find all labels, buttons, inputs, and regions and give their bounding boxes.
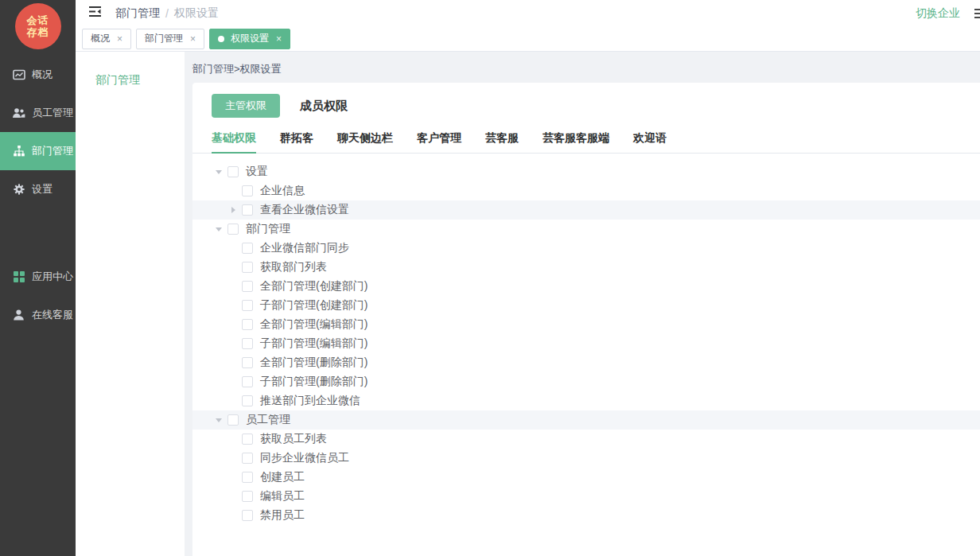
tree-row[interactable]: 编辑员工 [192,487,980,506]
apps-icon [12,270,25,284]
permission-type-switch: 主管权限成员权限 [192,83,980,118]
expand-arrow-right-icon[interactable] [224,207,242,213]
perm-tab-芸客服客服端[interactable]: 芸客服客服端 [542,131,609,153]
gear-icon [12,183,25,196]
triangle-glyph [216,227,222,231]
tree-row[interactable]: 子部门管理(创建部门) [192,296,980,315]
tree-row[interactable]: 子部门管理(删除部门) [192,372,980,391]
tree-checkbox[interactable] [242,357,253,368]
tree-node-label[interactable]: 全部门管理(创建部门) [260,279,368,294]
tree-row[interactable]: 查看企业微信设置 [192,200,980,220]
tree-node-label[interactable]: 企业微信部门同步 [260,241,349,255]
perm-tab-基础权限[interactable]: 基础权限 [212,131,256,153]
sidebar-item-overview[interactable]: 概况 [0,56,76,94]
tree-row[interactable]: 企业微信部门同步 [192,239,980,258]
page-tab-部门管理[interactable]: 部门管理× [136,29,204,49]
tree-row[interactable]: 全部门管理(编辑部门) [192,315,980,334]
tree-checkbox[interactable] [242,319,253,330]
tree-node-label[interactable]: 子部门管理(删除部门) [260,375,368,389]
tree-row[interactable]: 企业信息 [192,181,980,200]
tree-node-label[interactable]: 部门管理 [246,222,290,236]
sidebar-item-label: 设置 [32,182,52,196]
perm-tab-欢迎语[interactable]: 欢迎语 [633,131,667,153]
user-menu-icon[interactable] [973,7,980,20]
sidebar-item-app-center[interactable]: 应用中心 [0,258,76,296]
tree-checkbox[interactable] [242,338,253,349]
perm-tab-聊天侧边栏[interactable]: 聊天侧边栏 [337,131,393,153]
perm-type-成员权限-link[interactable]: 成员权限 [300,99,348,114]
perm-tab-芸客服[interactable]: 芸客服 [485,131,519,153]
tree-node-label[interactable]: 全部门管理(删除部门) [260,356,368,370]
perm-tab-群拓客[interactable]: 群拓客 [280,131,313,153]
tree-row[interactable]: 员工管理 [192,410,980,430]
tree-node-label[interactable]: 同步企业微信员工 [260,451,349,465]
top-header: 部门管理 / 权限设置 切换企业 [76,0,980,26]
org-icon [12,145,25,158]
tree-node-label[interactable]: 员工管理 [246,413,290,427]
tree-row[interactable]: 获取员工列表 [192,430,980,449]
tree-row[interactable]: 全部门管理(创建部门) [192,277,980,296]
tree-checkbox[interactable] [242,204,253,216]
tree-node-label[interactable]: 获取员工列表 [260,432,327,446]
expand-arrow-down-icon[interactable] [210,418,228,422]
tree-row[interactable]: 设置 [192,162,980,181]
tree-checkbox[interactable] [242,262,253,273]
sidebar-item-settings[interactable]: 设置 [0,170,76,208]
tree-row[interactable]: 获取部门列表 [192,258,980,277]
tree-checkbox[interactable] [242,453,253,464]
tree-checkbox[interactable] [228,166,239,177]
perm-type-主管权限-button[interactable]: 主管权限 [212,94,280,118]
tree-node-label[interactable]: 全部门管理(编辑部门) [260,317,368,332]
page-tab-权限设置[interactable]: 权限设置× [209,29,290,49]
sidebar-item-label: 概况 [32,68,52,82]
close-tab-icon[interactable]: × [276,33,282,45]
tree-row[interactable]: 部门管理 [192,220,980,239]
sidebar-item-online-service[interactable]: 在线客服 [0,296,76,334]
tree-checkbox[interactable] [242,185,253,196]
page-tab-概况[interactable]: 概况× [82,29,131,49]
tree-node-label[interactable]: 推送部门到企业微信 [260,394,360,408]
breadcrumb-parent[interactable]: 部门管理 [115,6,160,21]
tree-checkbox[interactable] [242,472,253,483]
sidebar-item-departments[interactable]: 部门管理 [0,132,76,170]
tree-checkbox[interactable] [242,243,253,254]
tree-checkbox[interactable] [242,510,253,521]
collapse-sidebar-button[interactable] [89,6,103,21]
tree-node-label[interactable]: 禁用员工 [260,508,305,523]
breadcrumb-current: 权限设置 [174,6,219,21]
tree-checkbox[interactable] [242,281,253,292]
triangle-glyph [216,170,222,174]
tree-checkbox[interactable] [242,300,253,311]
tree-node-label[interactable]: 设置 [246,165,268,179]
sidebar-item-label: 应用中心 [32,270,73,284]
tree-checkbox[interactable] [242,376,253,387]
sidebar-item-label: 在线客服 [32,308,73,322]
secondary-panel-item-departments[interactable]: 部门管理 [76,73,185,87]
tree-row[interactable]: 禁用员工 [192,506,980,525]
tree-checkbox[interactable] [228,414,239,426]
breadcrumb: 部门管理 / 权限设置 [115,6,219,21]
tree-row[interactable]: 同步企业微信员工 [192,449,980,468]
tree-row[interactable]: 推送部门到企业微信 [192,391,980,410]
tree-node-label[interactable]: 企业信息 [260,184,305,198]
tree-node-label[interactable]: 子部门管理(创建部门) [260,298,368,313]
tree-row[interactable]: 全部门管理(删除部门) [192,353,980,372]
expand-arrow-down-icon[interactable] [210,170,228,174]
tree-node-label[interactable]: 编辑员工 [260,489,305,504]
tree-checkbox[interactable] [242,491,253,502]
tree-row[interactable]: 子部门管理(编辑部门) [192,334,980,353]
tree-node-label[interactable]: 查看企业微信设置 [260,203,349,217]
perm-tab-客户管理[interactable]: 客户管理 [417,131,461,153]
tree-checkbox[interactable] [242,434,253,445]
close-tab-icon[interactable]: × [117,33,122,45]
tree-node-label[interactable]: 子部门管理(编辑部门) [260,336,368,351]
tree-checkbox[interactable] [242,395,253,406]
tree-checkbox[interactable] [228,224,239,235]
switch-company-link[interactable]: 切换企业 [916,6,960,21]
expand-arrow-down-icon[interactable] [210,227,228,231]
tree-node-label[interactable]: 创建员工 [260,470,305,484]
close-tab-icon[interactable]: × [190,33,196,45]
sidebar-item-employees[interactable]: 员工管理 [0,94,76,132]
tree-row[interactable]: 创建员工 [192,468,980,487]
tree-node-label[interactable]: 获取部门列表 [260,260,327,274]
